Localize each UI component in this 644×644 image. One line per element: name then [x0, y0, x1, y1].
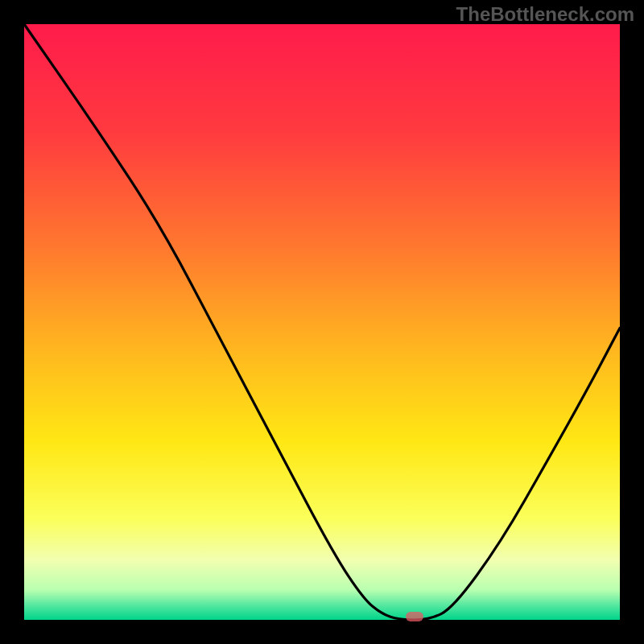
watermark-text: TheBottleneck.com — [456, 3, 634, 26]
plot-area — [24, 24, 620, 620]
chart-stage: TheBottleneck.com — [0, 0, 644, 644]
bottleneck-curve — [24, 24, 620, 620]
curve-layer — [24, 24, 620, 620]
optimal-point-marker — [406, 612, 423, 621]
